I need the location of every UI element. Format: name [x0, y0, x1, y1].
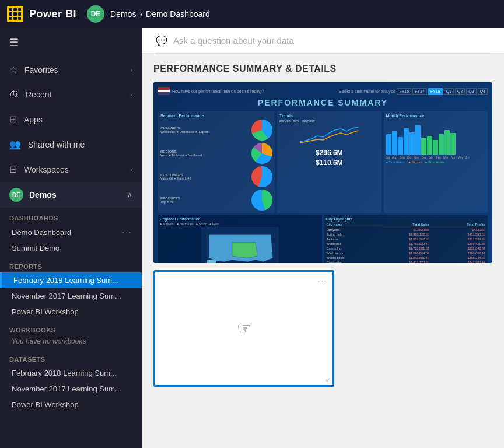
breadcrumb-separator: ›	[139, 9, 142, 19]
sidebar-item-workspaces[interactable]: ⊟ Workspaces ›	[0, 157, 142, 182]
tf-fy16[interactable]: FY16	[397, 88, 411, 94]
workbooks-empty-message: You have no workbooks	[0, 336, 142, 349]
sidebar-item-label: Favorites	[24, 65, 58, 75]
sidebar-item-recent[interactable]: ⏱ Recent ›	[0, 82, 142, 107]
tf-q1[interactable]: Q1	[444, 88, 454, 94]
channels-donut-chart	[251, 120, 272, 141]
hamburger-menu[interactable]: ☰	[0, 28, 142, 57]
second-row-tiles: ··· ☞ ↙	[153, 270, 492, 387]
revenue-trend-chart	[279, 124, 379, 145]
reports-section-header: REPORTS	[0, 258, 142, 272]
breadcrumb-page: Demo Dashboard	[146, 9, 210, 19]
city-table-row: Carros Inc.$1,720,881.57$238,842.87	[326, 246, 487, 251]
profit-value: $110.6M	[279, 159, 379, 167]
app-logo: Power BI	[29, 8, 76, 20]
workspaces-icon: ⊟	[9, 164, 17, 175]
dataset-item-feb2018[interactable]: February 2018 Learning Sum...	[0, 365, 142, 381]
qa-placeholder-text: Ask a question about your data	[173, 36, 490, 46]
shared-icon: 👥	[9, 139, 21, 150]
demos-avatar: DE	[9, 188, 23, 202]
apps-icon: ⊞	[9, 114, 17, 125]
dataset-item-nov2017[interactable]: November 2017 Learning Sum...	[0, 381, 142, 397]
clock-icon: ⏱	[9, 89, 19, 100]
time-filter-label: Select a time frame for analysis	[339, 89, 396, 93]
col-total-sales: Total Sales	[374, 222, 430, 228]
city-table-row: Clearwater$1,432,120.80$247,980.44	[326, 260, 487, 263]
month-perf-title: Month Performance	[386, 114, 486, 118]
regions-donut-chart	[251, 143, 272, 164]
user-avatar[interactable]: DE	[87, 5, 104, 23]
resize-icon[interactable]: ↙	[326, 376, 330, 383]
sidebar-item-shared[interactable]: 👥 Shared with me	[0, 132, 142, 157]
report-item-nov2017[interactable]: November 2017 Learning Sum...	[0, 288, 142, 304]
tf-q4[interactable]: Q4	[478, 88, 488, 94]
demos-workspace-header[interactable]: DE Demos ∧	[0, 182, 142, 208]
chevron-right-icon: ›	[130, 90, 132, 99]
report-item-feb2018[interactable]: February 2018 Learning Sum...	[0, 272, 142, 288]
city-table-row: Jackson$1,801,362.30$217,599.99	[326, 237, 487, 242]
cursor-icon: ☞	[237, 319, 251, 338]
revenue-value: $296.6M	[279, 149, 379, 157]
city-table-row: Spring field$1,980,122.20$451,580.65	[326, 232, 487, 237]
tf-q3[interactable]: Q3	[466, 88, 476, 94]
performance-summary-tile[interactable]: How have our performance metrics been tr…	[153, 82, 492, 263]
sidebar-item-apps[interactable]: ⊞ Apps	[0, 107, 142, 132]
regional-perf-title: Regional Performance	[160, 217, 320, 221]
qa-icon: 💬	[156, 35, 167, 46]
month-bar-12	[450, 133, 456, 155]
tile-more-icon[interactable]: ···	[317, 276, 328, 286]
dashboard-area: PERFORMANCE SUMMARY & DETAILS How have o…	[142, 54, 504, 396]
breadcrumb: Demos › Demo Dashboard	[110, 9, 210, 19]
city-table-row: Lafayette$1,882,968$432,360	[326, 228, 487, 233]
main-content: 💬 Ask a question about your data PERFORM…	[142, 28, 504, 448]
us-map-chart	[160, 227, 320, 263]
month-bar-3	[398, 137, 403, 155]
report-item-workshop[interactable]: Power BI Workshop	[0, 304, 142, 320]
profit-label: PROFIT	[302, 120, 315, 123]
segment-perf-title: Segment Performance	[160, 114, 272, 118]
topbar: Power BI DE Demos › Demo Dashboard	[0, 0, 504, 28]
dashboard-item-summit[interactable]: Summit Demo	[0, 240, 142, 256]
col-total-profits: Total Profits	[430, 222, 486, 228]
month-bar-2	[392, 131, 397, 155]
main-layout: ☰ ☆ Favorites › ⏱ Recent › ⊞ Apps 👥	[0, 28, 504, 448]
app-launcher-icon[interactable]	[7, 6, 23, 22]
city-table-row: Woonsocket$1,652,801.40$358,234.65	[326, 256, 487, 260]
tf-fy17[interactable]: FY17	[412, 88, 427, 94]
tf-q2[interactable]: Q2	[455, 88, 465, 94]
datasets-section-header: DATASETS	[0, 351, 142, 365]
sidebar-item-favorites[interactable]: ☆ Favorites ›	[0, 57, 142, 82]
more-options-icon[interactable]: ···	[122, 228, 132, 237]
demos-label: Demos	[29, 190, 121, 200]
qa-bar[interactable]: 💬 Ask a question about your data	[142, 28, 504, 54]
perf-summary-title: PERFORMANCE SUMMARY	[258, 98, 388, 107]
sidebar-item-label: Workspaces	[24, 165, 69, 174]
products-donut-chart	[251, 190, 272, 211]
chevron-right-icon: ›	[130, 66, 132, 74]
tf-fy18[interactable]: FY18	[428, 88, 443, 94]
month-bar-6	[415, 125, 421, 155]
month-bar-1	[386, 134, 391, 155]
customers-donut-chart	[251, 166, 272, 187]
sidebar-item-label: Apps	[24, 115, 43, 124]
month-bar-5	[410, 132, 415, 155]
dataset-item-workshop[interactable]: Power BI Workshop	[0, 397, 142, 412]
blank-tile[interactable]: ··· ☞ ↙	[153, 270, 334, 387]
month-bar-9	[433, 140, 438, 155]
demos-chevron-icon: ∧	[127, 191, 132, 199]
star-icon: ☆	[9, 64, 18, 75]
month-bar-10	[439, 134, 444, 155]
trends-title: Trends	[279, 114, 379, 118]
city-table: City Name Total Sales Total Profits Lafa…	[326, 222, 487, 263]
dashboard-title: PERFORMANCE SUMMARY & DETAILS	[153, 64, 492, 74]
month-bar-8	[427, 136, 432, 155]
breadcrumb-workspace[interactable]: Demos	[110, 9, 136, 19]
month-bar-11	[444, 130, 450, 155]
dashboard-item-demo[interactable]: Demo Dashboard ···	[0, 224, 142, 240]
month-bar-7	[421, 138, 426, 155]
perf-header-question: How have our performance metrics been tr…	[172, 89, 264, 93]
city-table-row: Wash import$1,690,864.02$390,066.47	[326, 251, 487, 256]
chevron-right-icon: ›	[130, 166, 132, 174]
dashboards-section-header: DASHBOARDS	[0, 210, 142, 224]
city-table-row: Worcester$1,781,920.40$309,421.39	[326, 242, 487, 246]
